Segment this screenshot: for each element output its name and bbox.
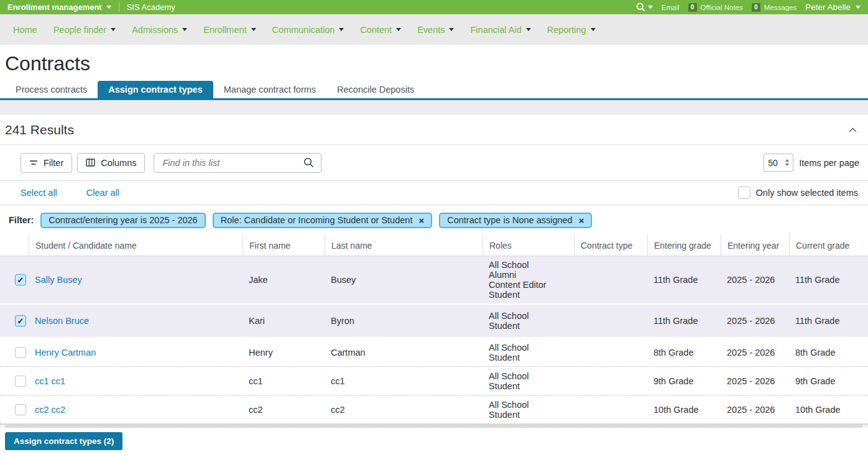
nav-item-enrollment[interactable]: Enrollment (195, 14, 264, 45)
nav-item-admissions[interactable]: Admissions (124, 14, 195, 45)
roles-cell: All School Student (482, 396, 574, 423)
nav-item-reporting[interactable]: Reporting (539, 14, 604, 45)
magnifier-icon[interactable] (303, 157, 314, 168)
filter-chip-entering-year[interactable]: Contract/entering year is 2025 - 2026 (40, 213, 205, 228)
topbar-divider (119, 2, 119, 12)
user-menu[interactable]: Peter Abelle (805, 2, 861, 12)
action-footer: Assign contract types (2) (0, 428, 868, 450)
nav-label: People finder (53, 25, 106, 35)
first-name-cell: Henry (242, 344, 325, 361)
column-header-entering-grade[interactable]: Entering grade (647, 235, 721, 256)
chevron-down-icon (251, 28, 256, 31)
tab-process-contracts[interactable]: Process contracts (5, 81, 98, 98)
column-header-name[interactable]: Student / Candidate name (29, 235, 242, 256)
nav-item-home[interactable]: Home (5, 14, 45, 45)
chevron-down-icon (449, 28, 454, 31)
nav-label: Home (13, 25, 37, 35)
chevron-down-icon (182, 28, 187, 31)
contract-type-cell (574, 276, 647, 284)
tab-manage-contract-forms[interactable]: Manage contract forms (213, 81, 326, 98)
column-header-contract-type[interactable]: Contract type (574, 235, 647, 256)
contracts-table: Student / Candidate name First name Last… (0, 235, 868, 428)
column-header-entering-year[interactable]: Entering year (721, 235, 789, 256)
column-header-first-name[interactable]: First name (242, 235, 325, 256)
email-link[interactable]: Email (662, 4, 680, 11)
chevron-down-icon (106, 6, 111, 9)
clear-all-link[interactable]: Clear all (86, 188, 119, 198)
close-icon[interactable]: × (418, 216, 424, 225)
nav-item-events[interactable]: Events (409, 14, 462, 45)
current-grade-cell: 10th Grade (789, 401, 868, 418)
contract-type-cell (574, 406, 647, 413)
page-background-band (0, 100, 868, 115)
search-input[interactable] (161, 157, 303, 168)
nav-item-content[interactable]: Content (352, 14, 409, 45)
student-link[interactable]: Nelson Bruce (35, 316, 89, 326)
column-header-last-name[interactable]: Last name (325, 235, 482, 256)
entering-grade-cell: 8th Grade (647, 344, 721, 361)
only-show-selected-checkbox[interactable] (738, 187, 750, 199)
column-header-current-grade[interactable]: Current grade (789, 235, 868, 256)
contract-type-cell (574, 377, 647, 385)
nav-item-financial-aid[interactable]: Financial Aid (462, 14, 538, 45)
column-header-roles[interactable]: Roles (482, 235, 574, 256)
assign-contract-types-button[interactable]: Assign contract types (2) (5, 432, 122, 450)
columns-button[interactable]: Columns (77, 153, 145, 173)
nav-label: Content (360, 25, 392, 35)
student-link[interactable]: cc1 cc1 (35, 376, 65, 386)
last-name-cell: cc1 (325, 372, 482, 390)
messages-badge: 0 (752, 3, 760, 12)
tab-reconcile-deposits[interactable]: Reconcile Deposits (326, 81, 425, 98)
filter-button[interactable]: Filter (21, 153, 72, 173)
first-name-cell: Jake (242, 271, 325, 289)
entering-grade-cell: 11th Grade (647, 312, 721, 330)
roles-cell: All School Alumni Content Editor Student (482, 256, 574, 303)
roles-cell: All School Student (482, 367, 574, 395)
filter-chip-role[interactable]: Role: Candidate or Incoming Student or S… (213, 213, 433, 228)
stepper-down-icon (785, 164, 789, 166)
active-filters-row: Filter: Contract/entering year is 2025 -… (0, 205, 868, 235)
nav-item-people-finder[interactable]: People finder (45, 14, 124, 45)
filter-chip-label: Role: Candidate or Incoming Student or S… (221, 215, 413, 225)
last-name-cell: cc2 (325, 401, 482, 418)
messages-link[interactable]: 0 Messages (752, 3, 796, 12)
row-checkbox[interactable] (15, 347, 26, 358)
current-grade-cell: 9th Grade (789, 372, 868, 390)
stepper-up-icon (785, 159, 789, 162)
row-checkbox[interactable] (15, 376, 26, 387)
search-menu[interactable] (636, 2, 653, 12)
results-header: 241 Results (0, 115, 868, 145)
table-header: Student / Candidate name First name Last… (0, 235, 868, 256)
student-link[interactable]: Henry Cartman (35, 348, 96, 358)
last-name-cell: Busey (325, 271, 482, 289)
entering-year-cell: 2025 - 2026 (721, 372, 789, 390)
chevron-up-icon (849, 127, 857, 132)
school-name: SIS Academy (127, 2, 175, 12)
row-checkbox[interactable]: ✓ (15, 274, 26, 285)
collapse-results-button[interactable] (846, 125, 859, 135)
items-per-page-select[interactable]: 50 (764, 154, 793, 172)
page-title: Contracts (5, 51, 868, 76)
official-notes-label: Official Notes (701, 4, 743, 11)
select-all-link[interactable]: Select all (21, 188, 57, 198)
row-checkbox[interactable] (15, 404, 26, 415)
app-menu-label: Enrollment management (7, 2, 102, 12)
entering-grade-cell: 9th Grade (647, 372, 721, 390)
check-icon: ✓ (17, 317, 24, 325)
filter-chip-contract-type[interactable]: Contract type is None assigned × (439, 213, 592, 228)
close-icon[interactable]: × (579, 216, 584, 225)
nav-label: Admissions (132, 25, 178, 35)
row-checkbox[interactable]: ✓ (15, 315, 26, 326)
chevron-down-icon (591, 28, 596, 31)
student-link[interactable]: cc2 cc2 (35, 405, 65, 415)
roles-cell: All School Student (482, 339, 574, 366)
chevron-down-icon (648, 6, 653, 9)
entering-grade-cell: 11th Grade (647, 271, 721, 289)
enrollment-management-menu[interactable]: Enrollment management (7, 2, 111, 12)
last-name-cell: Cartman (325, 344, 482, 361)
tab-assign-contract-types[interactable]: Assign contract types (98, 81, 213, 98)
student-link[interactable]: Sally Busey (35, 275, 82, 285)
roles-cell: All School Student (482, 307, 574, 335)
official-notes-link[interactable]: 0 Official Notes (688, 3, 743, 12)
nav-item-communication[interactable]: Communication (264, 14, 353, 45)
